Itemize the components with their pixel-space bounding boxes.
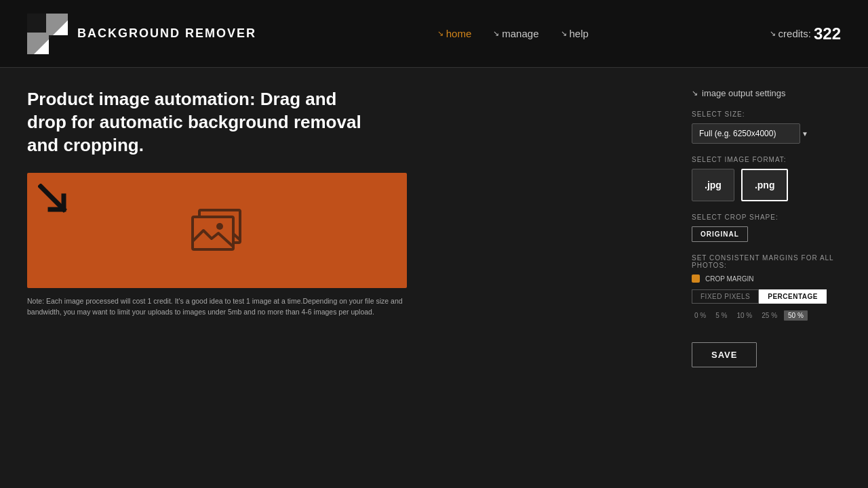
- crop-original-button[interactable]: ORIGINAL: [692, 226, 748, 242]
- note-text: Note: Each image processed will cost 1 c…: [27, 296, 407, 318]
- crop-margin-label: CROP MARGIN: [692, 274, 841, 283]
- percentage-options: 0 % 5 % 10 % 25 % 50 %: [692, 310, 841, 321]
- logo-text: BACKGROUND REMOVER: [77, 26, 256, 41]
- credits-area: ↘ credits: 322: [770, 24, 841, 43]
- pct-10[interactable]: 10 %: [734, 310, 755, 321]
- format-png-button[interactable]: .png: [741, 169, 789, 201]
- header: BACKGROUND REMOVER ↘ home ↘ manage ↘ hel…: [0, 0, 868, 68]
- crop-margin-dot: [692, 274, 700, 283]
- logo-icon: [27, 14, 68, 54]
- nav: ↘ home ↘ manage ↘ help: [437, 28, 589, 39]
- nav-arrow-home: ↘: [437, 29, 443, 38]
- margin-section: CROP MARGIN FIXED PIXELS PERCENTAGE 0 % …: [692, 274, 841, 321]
- svg-rect-9: [193, 217, 233, 249]
- credits-value: 322: [814, 24, 841, 43]
- size-select[interactable]: Full (e.g. 6250x4000) Medium (e.g. 1500x…: [692, 123, 800, 144]
- margin-label: SET CONSISTENT MARGINS FOR ALL PHOTOS:: [692, 254, 841, 269]
- image-placeholder-icon: [190, 207, 244, 254]
- pct-0[interactable]: 0 %: [692, 310, 709, 321]
- svg-rect-2: [49, 35, 68, 54]
- pct-5[interactable]: 5 %: [713, 310, 730, 321]
- settings-section-title: ↘ image output settings: [692, 88, 841, 98]
- crop-buttons: ORIGINAL: [692, 226, 841, 242]
- format-jpg-button[interactable]: .jpg: [692, 169, 734, 201]
- size-select-wrapper: Full (e.g. 6250x4000) Medium (e.g. 1500x…: [692, 123, 841, 144]
- right-panel: ↘ image output settings SELECT SIZE: Ful…: [692, 88, 841, 468]
- tab-fixed-pixels[interactable]: FIXED PIXELS: [692, 289, 759, 304]
- page-title: Product image automation: Drag and drop …: [27, 88, 380, 157]
- credits-arrow: ↘: [770, 29, 776, 38]
- nav-help[interactable]: ↘ help: [561, 28, 589, 39]
- left-panel: Product image automation: Drag and drop …: [27, 88, 665, 468]
- nav-arrow-help: ↘: [561, 29, 567, 38]
- drop-zone[interactable]: [27, 173, 407, 288]
- tab-percentage[interactable]: PERCENTAGE: [759, 289, 827, 304]
- size-label: SELECT SIZE:: [692, 110, 841, 118]
- svg-point-11: [216, 223, 223, 230]
- format-label: SELECT IMAGE FORMAT:: [692, 156, 841, 163]
- pct-25[interactable]: 25 %: [759, 310, 780, 321]
- crop-label: SELECT CROP SHAPE:: [692, 214, 841, 221]
- save-button[interactable]: SAVE: [692, 342, 757, 367]
- settings-arrow-icon: ↘: [692, 89, 698, 98]
- drop-arrow-icon: [38, 184, 68, 216]
- svg-line-6: [41, 186, 64, 209]
- main-content: Product image automation: Drag and drop …: [0, 68, 868, 488]
- nav-manage[interactable]: ↘ manage: [493, 28, 538, 39]
- nav-arrow-manage: ↘: [493, 29, 499, 38]
- format-buttons: .jpg .png: [692, 169, 841, 201]
- logo-area: BACKGROUND REMOVER: [27, 14, 256, 54]
- nav-home[interactable]: ↘ home: [437, 28, 472, 39]
- pct-50[interactable]: 50 %: [784, 310, 808, 321]
- margin-tabs: FIXED PIXELS PERCENTAGE: [692, 289, 841, 304]
